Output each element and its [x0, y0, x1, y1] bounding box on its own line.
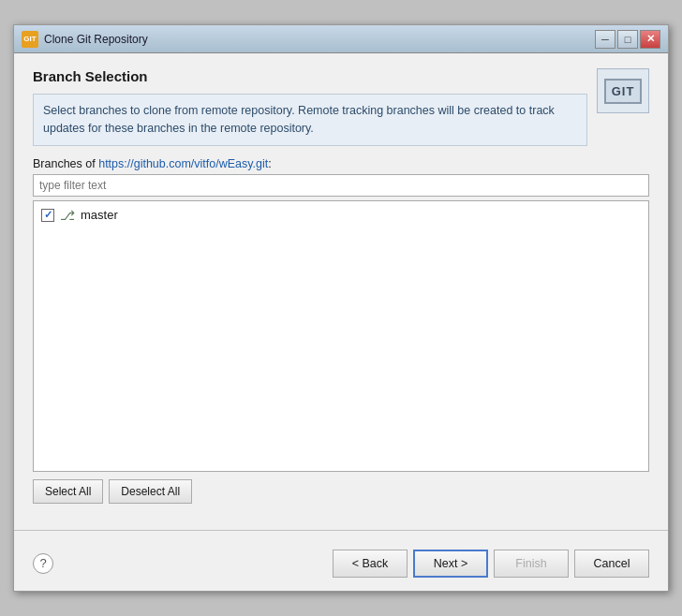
branch-list: ⎇ master — [33, 200, 649, 472]
filter-input[interactable] — [33, 174, 649, 197]
description-text: Select branches to clone from remote rep… — [33, 94, 587, 146]
finish-button[interactable]: Finish — [494, 550, 569, 578]
deselect-all-button[interactable]: Deselect All — [109, 479, 192, 504]
separator — [14, 530, 668, 531]
header-left: Branch Selection Select branches to clon… — [33, 68, 587, 157]
header-row: Branch Selection Select branches to clon… — [33, 68, 649, 157]
branch-icon: ⎇ — [60, 208, 75, 223]
repo-url-link[interactable]: https://github.com/vitfo/wEasy.git — [98, 157, 268, 170]
branches-label: Branches of https://github.com/vitfo/wEa… — [33, 157, 649, 170]
main-content: Branch Selection Select branches to clon… — [14, 53, 668, 515]
title-bar: GIT Clone Git Repository ─ □ ✕ — [14, 25, 668, 53]
git-logo: GIT — [597, 68, 649, 113]
branch-item: ⎇ master — [37, 205, 645, 226]
section-title: Branch Selection — [33, 68, 587, 84]
navigation-buttons: < Back Next > Finish Cancel — [333, 550, 649, 578]
bottom-bar: ? < Back Next > Finish Cancel — [14, 542, 668, 591]
maximize-button[interactable]: □ — [617, 30, 638, 49]
minimize-button[interactable]: ─ — [595, 30, 615, 49]
window-controls: ─ □ ✕ — [595, 30, 660, 49]
cancel-button[interactable]: Cancel — [574, 550, 649, 578]
branch-checkbox-master[interactable] — [41, 209, 54, 222]
next-button[interactable]: Next > — [413, 550, 488, 578]
clone-git-repository-dialog: GIT Clone Git Repository ─ □ ✕ Branch Se… — [13, 24, 669, 592]
git-logo-text: GIT — [604, 79, 643, 104]
branch-name-master: master — [81, 208, 118, 222]
back-button[interactable]: < Back — [333, 550, 408, 578]
select-all-button[interactable]: Select All — [33, 479, 103, 504]
window-icon: GIT — [22, 31, 38, 48]
selection-buttons: Select All Deselect All — [33, 479, 649, 504]
help-button[interactable]: ? — [33, 553, 53, 574]
window-title: Clone Git Repository — [44, 33, 595, 46]
close-button[interactable]: ✕ — [640, 30, 660, 49]
